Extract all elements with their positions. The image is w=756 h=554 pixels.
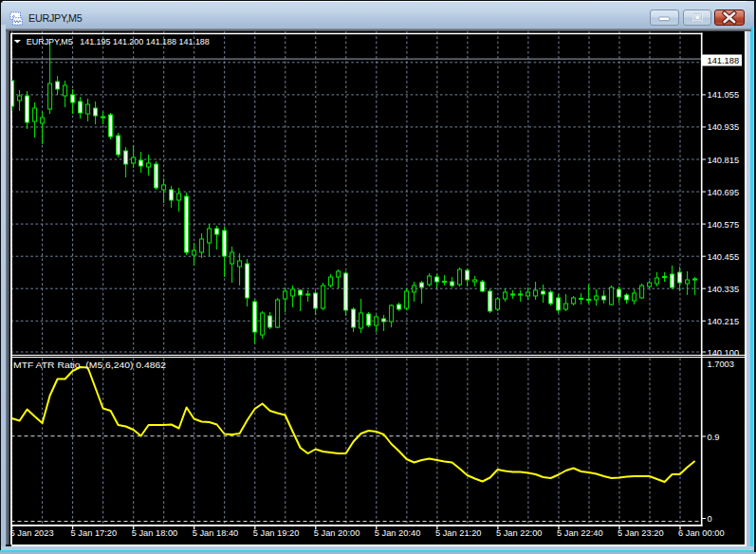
svg-text:1.7003: 1.7003 [708, 360, 734, 369]
svg-text:140.935: 140.935 [708, 122, 740, 132]
svg-text:5 Jan 21:20: 5 Jan 21:20 [435, 528, 482, 538]
svg-text:5 Jan 20:40: 5 Jan 20:40 [375, 528, 421, 538]
svg-text:140.815: 140.815 [708, 156, 740, 165]
svg-text:5 Jan 18:40: 5 Jan 18:40 [193, 528, 239, 538]
svg-text:5 Jan 23:20: 5 Jan 23:20 [618, 528, 664, 538]
svg-text:0.9: 0.9 [708, 433, 720, 442]
svg-text:0: 0 [708, 514, 712, 524]
svg-text:5 Jan 18:00: 5 Jan 18:00 [132, 528, 178, 538]
svg-text:5 Jan 20:00: 5 Jan 20:00 [314, 528, 360, 538]
svg-text:5 Jan 17:20: 5 Jan 17:20 [71, 528, 118, 538]
svg-text:EURJPY,M5 141.195 141.200 14: EURJPY,M5 141.195 141.200 141.188 141.18… [27, 36, 210, 46]
svg-text:141.188: 141.188 [708, 56, 740, 65]
svg-text:5 Jan 22:00: 5 Jan 22:00 [496, 528, 543, 538]
svg-text:140.215: 140.215 [708, 317, 740, 326]
svg-text:140.695: 140.695 [708, 188, 740, 197]
svg-text:140.575: 140.575 [708, 220, 740, 230]
svg-text:5 Jan 19:20: 5 Jan 19:20 [253, 528, 300, 538]
svg-text:140.335: 140.335 [708, 285, 740, 294]
svg-text:140.455: 140.455 [708, 252, 740, 262]
svg-text:5 Jan 2023: 5 Jan 2023 [10, 528, 54, 538]
svg-text:5 Jan 22:40: 5 Jan 22:40 [557, 528, 603, 538]
svg-text:141.055: 141.055 [708, 90, 740, 100]
svg-text:140.100: 140.100 [708, 348, 740, 358]
svg-text:6 Jan 00:00: 6 Jan 00:00 [678, 528, 725, 538]
svg-text:MTF ATR Ratio (M5,6,240) 0.48: MTF ATR Ratio (M5,6,240) 0.4862 [13, 360, 166, 370]
